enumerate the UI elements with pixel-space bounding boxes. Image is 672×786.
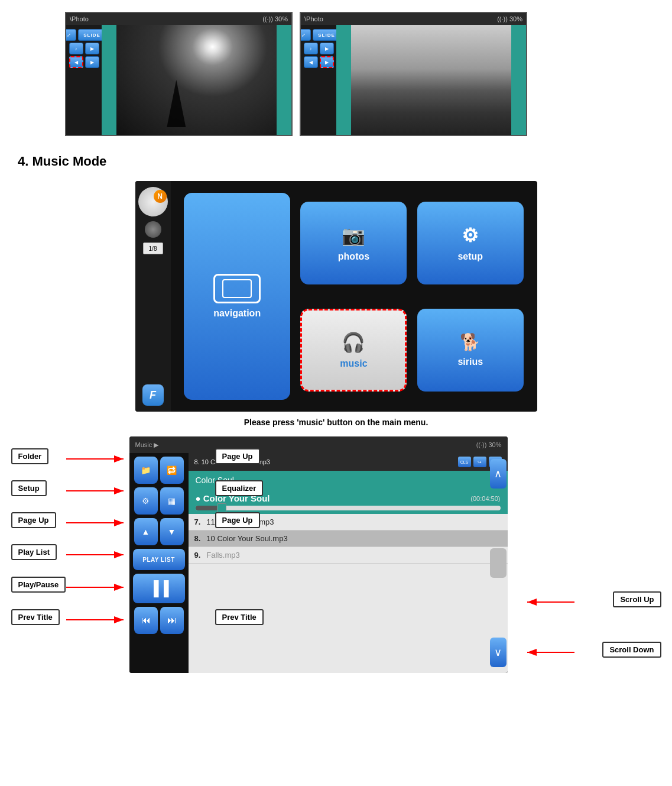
folder-repeat-row: 📁 🔁	[134, 457, 184, 484]
photo-content-2	[336, 25, 526, 135]
prev-icon-highlighted[interactable]: ◀	[69, 56, 83, 68]
video-icon-2[interactable]: ▶	[320, 43, 334, 54]
playlist-label: Play List	[11, 544, 57, 560]
playlist-item-9-name: Falls.mp3	[206, 551, 239, 559]
next-title-button[interactable]: ⏭	[160, 607, 184, 634]
photos-button[interactable]: 📷 photos	[300, 202, 407, 284]
setup-label: Setup	[11, 480, 47, 496]
photo-frame-1: ⤢ SLIDE ♪ ▶ ◀ ▶ \Photo ((·)) 30%	[65, 12, 293, 136]
prev-icon-2[interactable]: ◀	[304, 56, 318, 68]
playlist-area: 7. 11 Speechless.mp3 8. 10 Color Your So…	[189, 514, 508, 673]
progress-fill	[196, 506, 220, 510]
repeat-button[interactable]: 🔁	[160, 457, 184, 484]
mm-left-panel: N 1/8 F	[135, 181, 171, 412]
mm-ball	[145, 221, 161, 238]
page-up-top2-label: Page Up	[215, 512, 260, 528]
folder-button[interactable]: 📁	[134, 457, 158, 484]
photo-image-2	[351, 25, 511, 135]
photo-image-1	[116, 25, 277, 135]
section-header: 4. Music Mode	[0, 142, 672, 175]
cls-icon[interactable]: CLS	[458, 457, 471, 467]
prev-title-button[interactable]: ⏮	[134, 607, 158, 634]
scroll-up-button[interactable]: ∧	[490, 459, 507, 489]
scroll-mid	[490, 548, 507, 578]
scroll-down-button[interactable]: ∨	[490, 638, 507, 667]
photo-battery-2: ((·)) 30%	[497, 15, 522, 22]
sirius-button[interactable]: 🐕 sirius	[417, 309, 524, 392]
player-screenshot: Music ▶ ((·)) 30% 📁 🔁 ⚙ ▦ ▲	[129, 436, 508, 673]
photo-topbar-1: \Photo ((·)) 30%	[66, 13, 291, 25]
play-pause-button[interactable]: ▐▐	[133, 574, 185, 603]
setup-button[interactable]: ⚙ setup	[417, 202, 524, 284]
progress-bar[interactable]	[196, 506, 501, 510]
arrow-down-button[interactable]: ▼	[160, 518, 184, 545]
teal-bar-left-2	[336, 25, 351, 135]
page-up-top1-label: Page Up	[215, 448, 260, 464]
teal-bar-right-2	[511, 25, 526, 135]
photos-label: photos	[338, 251, 369, 262]
photo-section: ⤢ SLIDE ♪ ▶ ◀ ▶ \Photo ((·)) 30%	[0, 6, 672, 142]
expand-icon[interactable]: ⤢	[65, 29, 76, 41]
scroll-buttons: ∧ ∨	[490, 453, 508, 673]
settings-button[interactable]: ⚙	[134, 487, 158, 515]
arrow-up-button[interactable]: ▲	[134, 518, 158, 545]
progress-thumb	[217, 503, 226, 513]
music-button[interactable]: 🎧 music	[300, 309, 407, 392]
ps-body: 📁 🔁 ⚙ ▦ ▲ ▼ PLAY LIST ▐▐	[129, 453, 508, 673]
nav-label: navigation	[213, 308, 261, 319]
photo-title-2: \Photo	[304, 15, 323, 22]
photo-sidebar-1: ⤢ SLIDE ♪ ▶ ◀ ▶	[66, 13, 102, 135]
play-pause-label: Play/Pause	[11, 577, 66, 593]
next-icon[interactable]: ▶	[85, 56, 99, 68]
scroll-up-label: Scroll Up	[613, 591, 661, 607]
playlist-item-9[interactable]: 9. Falls.mp3	[189, 547, 508, 564]
mm-page-num: 1/8	[143, 242, 163, 254]
navigation-button[interactable]: navigation	[184, 193, 290, 400]
ps-signal-battery: ((·)) 30%	[476, 441, 502, 448]
player-diagram-wrapper: Music ▶ ((·)) 30% 📁 🔁 ⚙ ▦ ▲	[11, 436, 661, 448]
up-down-row: ▲ ▼	[134, 518, 184, 545]
photo-battery-1: ((·)) 30%	[262, 15, 288, 22]
playlist-button[interactable]: PLAY LIST	[133, 549, 185, 570]
setup-label: setup	[457, 251, 483, 262]
compass-icon: N	[138, 187, 168, 216]
mm-main-grid: navigation 📷 photos ⚙ setup 🎧 music 🐕 si…	[171, 181, 537, 412]
video-icon[interactable]: ▶	[85, 43, 99, 54]
music-icon-2[interactable]: ♪	[304, 43, 318, 54]
playlist-item-8-name: 10 Color Your Soul.mp3	[206, 534, 287, 543]
music-icon[interactable]: ♪	[69, 43, 83, 54]
expand-icon-2[interactable]: ⤢	[300, 29, 311, 41]
ps-topbar: Music ▶ ((·)) 30%	[129, 436, 508, 453]
photo-frame-2: ⤢ SLIDE ♪ ▶ ◀ ▶ \Photo ((·)) 30%	[300, 12, 527, 136]
ps-sidebar: 📁 🔁 ⚙ ▦ ▲ ▼ PLAY LIST ▐▐	[129, 453, 189, 673]
output-icon[interactable]: ↪	[473, 457, 486, 467]
playlist-item-8[interactable]: 8. 10 Color Your Soul.mp3	[189, 531, 508, 547]
teal-bar-left-1	[102, 25, 116, 135]
mm-caption: Please press 'music' button on the main …	[0, 418, 672, 427]
next-icon-highlighted-2[interactable]: ▶	[320, 56, 334, 68]
scroll-down-label: Scroll Down	[602, 642, 661, 658]
equalizer-label: Equalizer	[215, 480, 264, 496]
music-mode-screenshot: N 1/8 F navigation 📷 photos ⚙ setup 🎧 mu…	[135, 181, 537, 412]
bw-image	[351, 25, 511, 135]
photo-title-1: \Photo	[70, 15, 89, 22]
prev-next-row: ⏮ ⏭	[134, 607, 184, 634]
prev-title-left-label: Prev Title	[11, 609, 60, 625]
sirius-label: sirius	[457, 357, 483, 367]
compass-n: N	[154, 190, 167, 203]
teal-bar-right-1	[277, 25, 291, 135]
mm-f-button[interactable]: F	[142, 384, 164, 406]
photo-sidebar-2: ⤢ SLIDE ♪ ▶ ◀ ▶	[301, 13, 336, 135]
page-up-left-label: Page Up	[11, 512, 56, 528]
grid-button[interactable]: ▦	[160, 487, 184, 515]
settings-grid-row: ⚙ ▦	[134, 487, 184, 515]
folder-label: Folder	[11, 448, 49, 464]
night-image	[116, 25, 277, 135]
ps-title: Music ▶	[135, 441, 159, 449]
photo-content-1	[102, 25, 291, 135]
photo-topbar-2: \Photo ((·)) 30%	[301, 13, 526, 25]
music-label: music	[340, 358, 367, 369]
prev-title-top-label: Prev Title	[215, 609, 264, 625]
